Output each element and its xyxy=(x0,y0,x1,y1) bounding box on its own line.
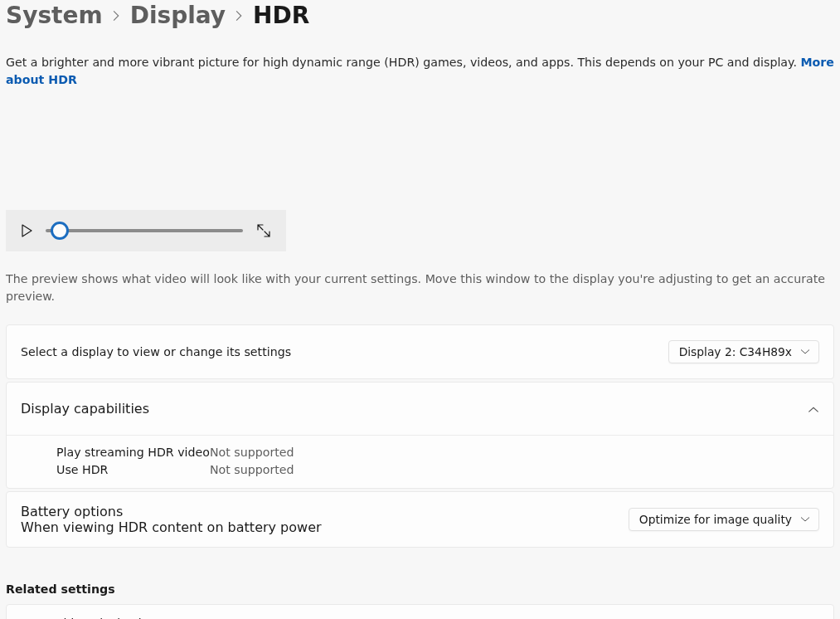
page-description-text: Get a brighter and more vibrant picture … xyxy=(6,56,800,69)
battery-options-card: Battery options When viewing HDR content… xyxy=(6,491,834,548)
preview-slider[interactable] xyxy=(46,221,243,241)
expand-icon[interactable] xyxy=(256,223,271,238)
video-preview-controls xyxy=(6,210,286,251)
battery-options-label: Battery options xyxy=(21,504,322,519)
display-select-card: Select a display to view or change its s… xyxy=(6,324,834,379)
chevron-down-icon xyxy=(800,516,810,523)
chevron-up-icon xyxy=(808,401,819,417)
video-playback-card: Video playback Video adjustments, HDR st… xyxy=(6,604,834,619)
battery-options-value: Optimize for image quality xyxy=(639,513,792,526)
slider-track xyxy=(46,229,243,232)
battery-options-dropdown[interactable]: Optimize for image quality xyxy=(629,508,819,531)
preview-caption: The preview shows what video will look l… xyxy=(6,271,834,306)
display-select-value: Display 2: C34H89x xyxy=(679,345,792,358)
cap-row-value: Not supported xyxy=(210,446,819,459)
breadcrumb-system[interactable]: System xyxy=(6,2,103,29)
chevron-down-icon xyxy=(800,348,810,355)
cap-row-label: Play streaming HDR video xyxy=(56,446,210,459)
page-description: Get a brighter and more vibrant picture … xyxy=(6,54,834,90)
slider-thumb[interactable] xyxy=(51,222,69,240)
related-settings-heading: Related settings xyxy=(6,582,834,596)
chevron-right-icon xyxy=(113,10,120,24)
display-capabilities-card: Display capabilities Play streaming HDR … xyxy=(6,382,834,489)
breadcrumb-current: HDR xyxy=(253,2,309,29)
display-capabilities-header[interactable]: Display capabilities xyxy=(7,383,833,435)
display-capabilities-body: Play streaming HDR video Not supported U… xyxy=(7,435,833,488)
breadcrumb: System Display HDR xyxy=(6,0,834,39)
display-select-label: Select a display to view or change its s… xyxy=(21,345,291,358)
display-capabilities-heading: Display capabilities xyxy=(21,401,149,417)
cap-row-value: Not supported xyxy=(210,463,819,476)
breadcrumb-display[interactable]: Display xyxy=(130,2,226,29)
chevron-right-icon xyxy=(235,10,243,24)
battery-options-sublabel: When viewing HDR content on battery powe… xyxy=(21,519,322,535)
cap-row-label: Use HDR xyxy=(56,463,210,476)
play-icon[interactable] xyxy=(21,224,32,237)
video-playback-link[interactable]: Video playback Video adjustments, HDR st… xyxy=(7,605,833,619)
display-select-dropdown[interactable]: Display 2: C34H89x xyxy=(668,340,819,363)
